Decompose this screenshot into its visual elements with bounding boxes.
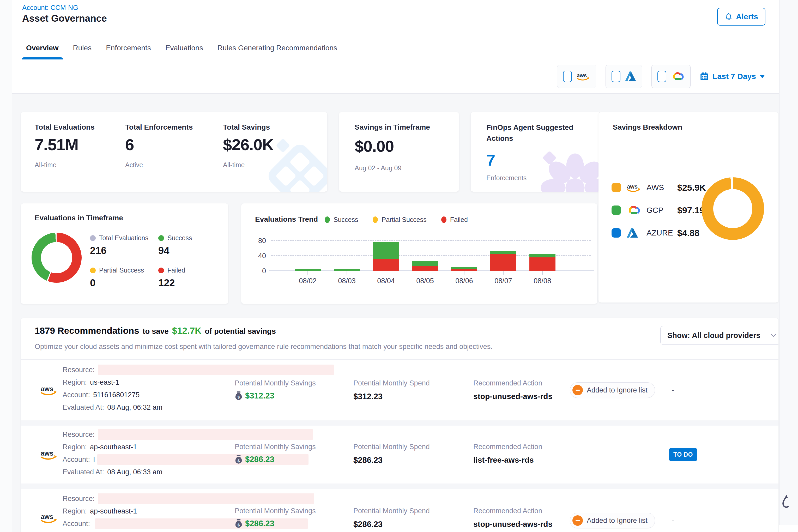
spend-value: $312.23 xyxy=(353,392,430,401)
aws-logo-icon: aws xyxy=(40,384,58,396)
trend-bar-08/05[interactable] xyxy=(412,261,438,271)
evaluations-donut[interactable] xyxy=(32,233,82,283)
savings-column: Potential Monthly Savings $$286.23 xyxy=(235,443,316,464)
watermark-diamond-small xyxy=(276,138,290,153)
provider-name: GCP xyxy=(646,206,677,215)
gcp-checkbox[interactable] xyxy=(658,71,666,82)
legend-label: Failed xyxy=(450,216,468,224)
tab-evaluations[interactable]: Evaluations xyxy=(165,36,203,59)
svg-text:aws: aws xyxy=(577,73,587,78)
breakdown-row-gcp: GCP $97.19 xyxy=(611,203,704,217)
tab-bar: Overview Rules Enforcements Evaluations … xyxy=(12,36,779,60)
stat-total-enforcements: Total Enforcements 6 Active xyxy=(125,123,193,169)
trend-bar-08/08[interactable] xyxy=(529,254,555,271)
spend-value: $286.23 xyxy=(353,456,430,465)
legend-total-evaluations: Total Evaluations 216 xyxy=(90,234,148,256)
region-label: Region: xyxy=(62,443,87,451)
title-text: to save xyxy=(142,327,169,336)
column-header: Potential Monthly Savings xyxy=(235,443,316,451)
calendar-icon xyxy=(700,72,709,81)
account-breadcrumb[interactable]: Account: CCM-NG xyxy=(22,4,78,12)
cloud-provider-filter-dropdown[interactable]: Show: All cloud providers xyxy=(660,326,778,345)
legend-success: Success xyxy=(325,216,358,224)
scroll-gutter-end xyxy=(779,525,798,532)
tab-rules-generating-recommendations[interactable]: Rules Generating Recommendations xyxy=(217,36,337,59)
column-header: Potential Monthly Spend xyxy=(353,507,430,515)
azure-checkbox[interactable] xyxy=(611,71,621,82)
svg-text:aws: aws xyxy=(41,450,54,457)
bar-segment-failed xyxy=(373,259,399,271)
savings-breakdown-donut[interactable] xyxy=(702,177,764,240)
stat-value: 6 xyxy=(125,135,193,154)
legend-label: Success xyxy=(334,216,358,224)
divider xyxy=(21,359,778,360)
savings-breakdown-card: Savings Breakdown aws AWS $25.9K xyxy=(598,112,778,303)
spend-column: Potential Monthly Spend $286.23 xyxy=(353,507,430,529)
bar-segment-success xyxy=(451,267,477,269)
x-axis-label: 08/04 xyxy=(370,277,402,285)
legend-dot xyxy=(373,216,378,223)
recommendation-row[interactable]: aws Resource: Region:ap-southeast-1 Acco… xyxy=(21,425,778,483)
y-axis-tick: 0 xyxy=(250,267,266,275)
y-axis-tick: 80 xyxy=(250,237,266,245)
alerts-button[interactable]: Alerts xyxy=(717,8,765,25)
tab-overview[interactable]: Overview xyxy=(26,36,59,59)
trend-bar-08/03[interactable] xyxy=(334,269,360,271)
provider-name: AZURE xyxy=(646,228,677,237)
redacted-resource xyxy=(98,365,334,375)
x-axis-tick xyxy=(386,271,386,274)
aws-logo-icon: aws xyxy=(627,182,643,193)
ignore-status-pill[interactable]: Added to Ignore list xyxy=(570,382,655,398)
finops-agent-card: FinOps Agent Suggested Actions 7 Enforce… xyxy=(471,112,600,192)
trend-bars[interactable] xyxy=(271,241,591,271)
provider-amount: $25.9K xyxy=(677,183,706,193)
column-header: Recommended Action xyxy=(473,507,552,515)
provider-filter-azure[interactable] xyxy=(606,65,642,88)
tab-rules[interactable]: Rules xyxy=(73,36,92,59)
asset-governance-page: Account: CCM-NG Asset Governance Alerts … xyxy=(0,0,798,532)
recommendations-card: 1879 Recommendations to save $12.7K of p… xyxy=(21,318,778,532)
provider-filter-aws[interactable]: aws xyxy=(557,65,596,88)
trend-bar-08/02[interactable] xyxy=(295,269,321,271)
legend-dot xyxy=(90,268,96,273)
region-label: Region: xyxy=(62,507,87,515)
aws-checkbox[interactable] xyxy=(563,71,572,82)
stat-caption: Aug 02 - Aug 09 xyxy=(355,164,401,172)
trend-bar-08/06[interactable] xyxy=(451,267,477,271)
bar-segment-success xyxy=(490,251,516,254)
svg-text:$: $ xyxy=(238,395,240,399)
recommendations-amount: $12.7K xyxy=(172,325,202,336)
bell-icon xyxy=(724,13,733,21)
stat-caption: Enforcements xyxy=(486,174,527,182)
trend-bar-08/07[interactable] xyxy=(490,251,516,271)
date-range-selector[interactable]: Last 7 Days xyxy=(700,72,765,81)
svg-text:aws: aws xyxy=(627,183,638,190)
column-header: Potential Monthly Spend xyxy=(353,443,430,451)
row-gap xyxy=(21,483,778,489)
todo-status-badge: TO DO xyxy=(669,448,697,461)
ignore-status-pill[interactable]: Added to Ignore list xyxy=(570,513,655,528)
recommendation-row[interactable]: aws Resource: Region:ap-southeast-1 Acco… xyxy=(21,489,778,532)
minus-circle-icon xyxy=(572,515,583,526)
legend-label: Total Evaluations xyxy=(99,234,148,242)
region-label: Region: xyxy=(62,378,87,386)
recommendation-row[interactable]: aws Resource: Region:us-east-1 Account:5… xyxy=(21,360,778,420)
title-text: of potential savings xyxy=(205,327,276,336)
legend-dot xyxy=(158,268,164,273)
azure-swatch xyxy=(611,228,621,238)
trend-x-axis: 08/0208/0308/0408/0508/0608/0708/08 xyxy=(271,271,591,291)
gcp-logo-icon xyxy=(627,205,643,216)
trend-bar-08/04[interactable] xyxy=(373,242,399,271)
chevron-down-icon xyxy=(760,75,765,78)
evaluated-label: Evaluated At: xyxy=(62,403,104,412)
tab-enforcements[interactable]: Enforcements xyxy=(106,36,151,59)
status-label: Added to Ignore list xyxy=(587,386,648,394)
legend-failed: Failed xyxy=(441,216,468,224)
svg-text:$: $ xyxy=(238,458,240,463)
evaluations-trend-card: Evaluations Trend Success Partial Succes… xyxy=(241,204,597,304)
trend-legend: Success Partial Success Failed xyxy=(325,216,468,224)
cursor-artifact xyxy=(781,495,788,511)
provider-filter-gcp[interactable] xyxy=(651,65,690,88)
action-value: stop-unused-aws-rds xyxy=(473,520,552,529)
legend-partial-success: Partial Success 0 xyxy=(90,267,144,289)
